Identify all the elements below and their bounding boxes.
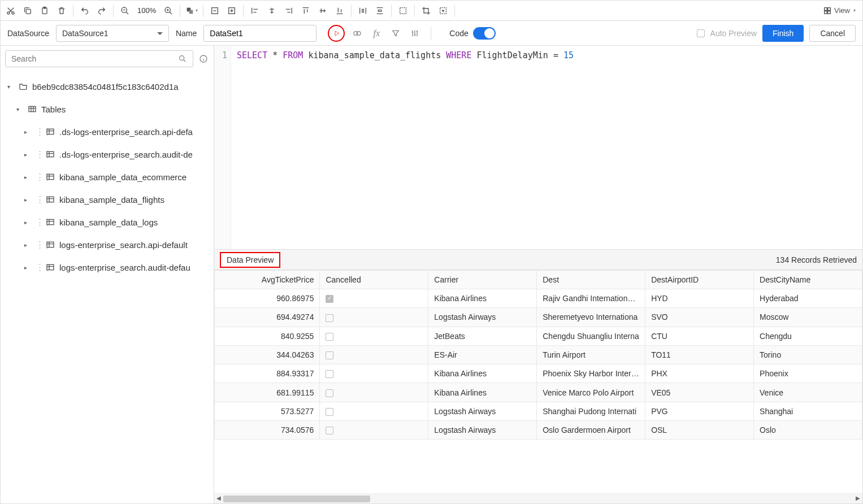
table-icon bbox=[46, 240, 55, 249]
bring-front-icon[interactable] bbox=[224, 3, 240, 19]
distribute-v-icon[interactable] bbox=[372, 3, 388, 19]
crop-icon[interactable] bbox=[418, 3, 434, 19]
cell-carrier: ES-Air bbox=[428, 345, 537, 364]
tree-table-item[interactable]: ▸⋮⋮kibana_sample_data_flights bbox=[1, 188, 214, 211]
column-header[interactable]: DestAirportID bbox=[645, 271, 754, 289]
svg-rect-15 bbox=[828, 7, 831, 10]
chevron-right-icon: ▸ bbox=[24, 174, 31, 180]
search-box[interactable] bbox=[5, 50, 193, 67]
select-icon[interactable] bbox=[395, 3, 411, 19]
tree-table-item[interactable]: ▸⋮⋮logs-enterprise_search.api-default bbox=[1, 233, 214, 256]
name-label: Name bbox=[176, 29, 197, 38]
redo-icon[interactable] bbox=[94, 3, 110, 19]
column-header[interactable]: DestCityName bbox=[754, 271, 862, 289]
zoom-out-icon[interactable] bbox=[117, 3, 133, 19]
undo-icon[interactable] bbox=[77, 3, 93, 19]
align-left-icon[interactable] bbox=[247, 3, 263, 19]
filter-icon[interactable] bbox=[389, 27, 402, 40]
scroll-thumb[interactable] bbox=[223, 496, 370, 502]
tree-item-label: logs-enterprise_search.api-default bbox=[59, 240, 188, 250]
copy-icon[interactable] bbox=[20, 3, 36, 19]
cancel-button[interactable]: Cancel bbox=[809, 25, 856, 42]
svg-rect-22 bbox=[29, 106, 36, 111]
cell-carrier: Kibana Airlines bbox=[428, 289, 537, 308]
cell-dest: Chengdu Shuangliu Interna bbox=[537, 327, 645, 345]
finish-button[interactable]: Finish bbox=[762, 25, 804, 42]
delete-icon[interactable] bbox=[54, 3, 70, 19]
align-center-h-icon[interactable] bbox=[264, 3, 280, 19]
align-bottom-icon[interactable] bbox=[332, 3, 348, 19]
align-right-icon[interactable] bbox=[281, 3, 297, 19]
table-row[interactable]: 694.49274Logstash AirwaysSheremetyevo In… bbox=[215, 308, 862, 327]
data-table: AvgTicketPriceCancelledCarrierDestDestAi… bbox=[214, 270, 862, 440]
frame-icon[interactable] bbox=[435, 3, 451, 19]
cell-price: 734.0576 bbox=[215, 421, 320, 440]
column-header[interactable]: Cancelled bbox=[320, 271, 428, 289]
checkbox-icon bbox=[326, 427, 333, 435]
code-body[interactable]: SELECT * FROM kibana_sample_data_flights… bbox=[231, 46, 579, 249]
column-header[interactable]: AvgTicketPrice bbox=[215, 271, 320, 289]
table-row[interactable]: 734.0576Logstash AirwaysOslo Gardermoen … bbox=[215, 421, 862, 440]
scroll-left-icon[interactable]: ◀ bbox=[216, 495, 221, 501]
svg-rect-14 bbox=[825, 7, 827, 10]
column-header[interactable]: Dest bbox=[537, 271, 645, 289]
table-row[interactable]: 344.04263ES-AirTurin AirportTO11Torino bbox=[215, 345, 862, 364]
cell-cancelled bbox=[320, 383, 428, 402]
datasource-label: DataSource bbox=[7, 29, 49, 38]
align-top-icon[interactable] bbox=[298, 3, 314, 19]
tree-table-item[interactable]: ▸⋮⋮.ds-logs-enterprise_search.api-defa bbox=[1, 120, 214, 143]
line-number: 1 bbox=[214, 46, 231, 249]
table-row[interactable]: 884.93317Kibana AirlinesPhoenix Sky Harb… bbox=[215, 364, 862, 383]
tree-table-item[interactable]: ▸⋮⋮kibana_sample_data_logs bbox=[1, 211, 214, 233]
fx-icon[interactable]: fx bbox=[370, 27, 383, 40]
layer-dropdown-icon[interactable]: ▾ bbox=[184, 3, 200, 19]
distribute-h-icon[interactable] bbox=[355, 3, 371, 19]
code-toggle[interactable] bbox=[473, 27, 496, 40]
cut-icon[interactable] bbox=[3, 3, 19, 19]
table-row[interactable]: 573.5277Logstash AirwaysShanghai Pudong … bbox=[215, 402, 862, 420]
view-icon bbox=[823, 6, 832, 15]
name-input[interactable] bbox=[203, 25, 316, 42]
tree-table-item[interactable]: ▸⋮⋮.ds-logs-enterprise_search.audit-de bbox=[1, 143, 214, 166]
view-dropdown[interactable]: View ▾ bbox=[818, 6, 860, 15]
cell-dest: Shanghai Pudong Internati bbox=[537, 402, 645, 420]
preview-tab[interactable]: Data Preview bbox=[220, 252, 280, 268]
column-header[interactable]: Carrier bbox=[428, 271, 537, 289]
checkbox-icon bbox=[326, 314, 333, 322]
run-query-icon[interactable] bbox=[328, 25, 345, 42]
send-back-icon[interactable] bbox=[207, 3, 223, 19]
horizontal-scrollbar[interactable]: ◀ ▶ bbox=[214, 493, 862, 503]
tree-tables[interactable]: ▾ Tables bbox=[1, 98, 214, 120]
svg-rect-29 bbox=[47, 264, 54, 270]
code-label: Code bbox=[449, 29, 468, 38]
stop-icon[interactable] bbox=[350, 27, 364, 40]
top-toolbar: 100% ▾ View ▾ bbox=[1, 1, 862, 21]
table-row[interactable]: 840.9255JetBeatsChengdu Shuangliu Intern… bbox=[215, 327, 862, 345]
auto-preview-checkbox[interactable] bbox=[697, 29, 705, 37]
table-group-icon bbox=[28, 105, 37, 114]
table-icon bbox=[46, 127, 55, 136]
table-row[interactable]: 960.86975Kibana AirlinesRajiv Gandhi Int… bbox=[215, 289, 862, 308]
cell-destairportid: HYD bbox=[645, 289, 754, 308]
zoom-in-icon[interactable] bbox=[161, 3, 176, 19]
tree-item-label: kibana_sample_data_flights bbox=[59, 195, 164, 205]
search-input[interactable] bbox=[11, 54, 178, 63]
checkbox-icon bbox=[326, 408, 333, 416]
tree-table-item[interactable]: ▸⋮⋮kibana_sample_data_ecommerce bbox=[1, 166, 214, 188]
cell-dest: Turin Airport bbox=[537, 345, 645, 364]
align-middle-v-icon[interactable] bbox=[315, 3, 331, 19]
cell-price: 840.9255 bbox=[215, 327, 320, 345]
cell-dest: Sheremetyevo Internationa bbox=[537, 308, 645, 327]
tree-root[interactable]: ▾ b6eb9cdc83854c0481f5c183c6402d1a bbox=[1, 75, 214, 98]
sliders-icon[interactable] bbox=[408, 27, 422, 40]
paste-icon[interactable] bbox=[37, 3, 53, 19]
datasource-select[interactable]: DataSource1 bbox=[56, 25, 169, 42]
info-icon[interactable] bbox=[198, 53, 209, 64]
sql-editor[interactable]: 1 SELECT * FROM kibana_sample_data_fligh… bbox=[214, 46, 862, 249]
scroll-right-icon[interactable]: ▶ bbox=[856, 495, 860, 501]
table-row[interactable]: 681.99115Kibana AirlinesVenice Marco Pol… bbox=[215, 383, 862, 402]
tree: ▾ b6eb9cdc83854c0481f5c183c6402d1a ▾ Tab… bbox=[1, 72, 214, 503]
svg-rect-2 bbox=[26, 9, 31, 14]
zoom-value[interactable]: 100% bbox=[134, 6, 159, 15]
tree-table-item[interactable]: ▸⋮⋮logs-enterprise_search.audit-defau bbox=[1, 256, 214, 279]
